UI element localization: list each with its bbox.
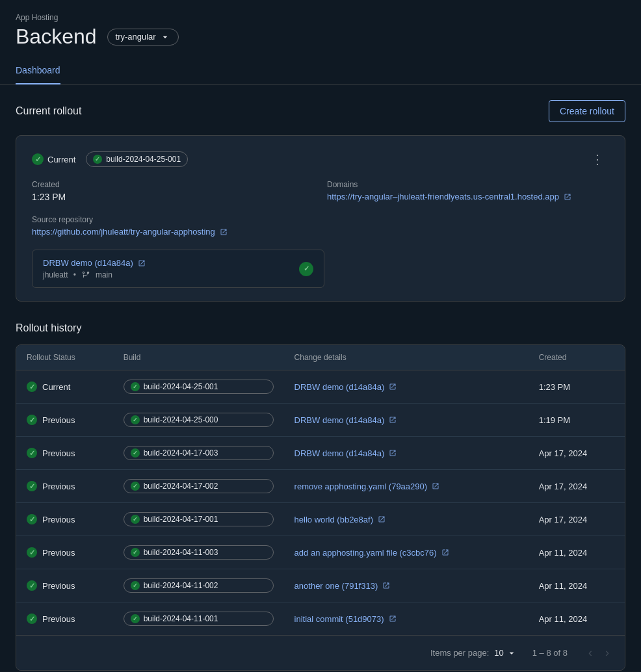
tab-dashboard[interactable]: Dashboard (16, 57, 60, 84)
row-build-check-icon (131, 482, 140, 491)
current-build-id: build-2024-04-25-001 (106, 155, 181, 164)
row-check-icon (27, 514, 37, 524)
row-change-text: another one (791f313) (294, 581, 378, 591)
row-change-link[interactable]: another one (791f313) (294, 581, 518, 591)
current-status-label: Current (47, 155, 75, 164)
cell-status: Current (16, 370, 113, 404)
commit-link[interactable]: DRBW demo (d14a84a) (43, 258, 146, 268)
rollout-history-table: Rollout Status Build Change details Crea… (16, 345, 625, 635)
row-build-id: build-2024-04-17-001 (144, 515, 218, 524)
row-external-link-icon (441, 549, 449, 556)
cell-build: build-2024-04-25-001 (113, 370, 284, 404)
cell-created: Apr 11, 2024 (529, 569, 625, 602)
cell-change: hello world (bb2e8af) (284, 503, 529, 536)
table-header: Rollout Status Build Change details Crea… (16, 345, 625, 370)
commit-external-link-icon (138, 259, 146, 267)
commit-dot: • (73, 270, 76, 279)
backend-title: Backend (16, 25, 97, 49)
commit-box: DRBW demo (d14a84a) jhuleatt • main (32, 250, 324, 288)
source-repo-link[interactable]: https://github.com/jhuleatt/try-angular-… (32, 227, 314, 237)
cell-build: build-2024-04-25-000 (113, 404, 284, 437)
row-status-label: Previous (42, 482, 75, 491)
pagination-prev-button[interactable]: ‹ (583, 643, 597, 662)
row-build-badge: build-2024-04-11-002 (124, 578, 274, 593)
row-change-text: remove apphosting.yaml (79aa290) (294, 482, 428, 491)
row-external-link-icon (389, 383, 397, 391)
col-build: Build (113, 345, 284, 370)
row-status-label: Current (42, 382, 70, 392)
cell-build: build-2024-04-11-003 (113, 536, 284, 569)
col-rollout-status: Rollout Status (16, 345, 113, 370)
row-build-id: build-2024-04-11-002 (144, 581, 218, 590)
create-rollout-button[interactable]: Create rollout (549, 100, 625, 122)
more-options-button[interactable]: ⋮ (586, 149, 609, 170)
row-change-link[interactable]: remove apphosting.yaml (79aa290) (294, 482, 518, 491)
cell-change: initial commit (51d9073) (284, 602, 529, 636)
commit-info: DRBW demo (d14a84a) jhuleatt • main (43, 258, 146, 279)
external-link-icon (564, 193, 571, 201)
row-change-text: DRBW demo (d14a84a) (294, 448, 385, 458)
table-row: Previous build-2024-04-11-001 initial co… (16, 602, 625, 636)
row-status-label: Previous (42, 548, 75, 558)
row-check-icon (27, 381, 37, 392)
source-repo-url-text: https://github.com/jhuleatt/try-angular-… (32, 227, 215, 237)
row-external-link-icon (432, 482, 439, 490)
cell-created: Apr 11, 2024 (529, 536, 625, 569)
pagination-buttons: ‹ › (583, 643, 614, 662)
pagination-next-button[interactable]: › (600, 643, 614, 662)
main-content: Current rollout Create rollout Current b… (0, 84, 641, 671)
cell-created: Apr 17, 2024 (529, 470, 625, 503)
row-status-label: Previous (42, 448, 75, 458)
cell-change: remove apphosting.yaml (79aa290) (284, 470, 529, 503)
row-change-link[interactable]: DRBW demo (d14a84a) (294, 415, 518, 425)
cell-created: Apr 17, 2024 (529, 437, 625, 470)
row-check-icon (27, 481, 37, 491)
row-change-text: add an apphosting.yaml file (c3cbc76) (294, 548, 437, 558)
row-external-link-icon (389, 449, 397, 457)
row-build-check-icon (131, 581, 140, 590)
chevron-down-icon (160, 32, 170, 42)
row-build-check-icon (131, 382, 140, 391)
cell-change: add an apphosting.yaml file (c3cbc76) (284, 536, 529, 569)
row-status-label: Previous (42, 515, 75, 524)
per-page-value: 10 (494, 648, 503, 658)
tabs-bar: Dashboard (0, 57, 641, 84)
table-body: Current build-2024-04-25-001 DRBW demo (… (16, 370, 625, 636)
row-external-link-icon (389, 615, 397, 623)
row-external-link-icon (378, 515, 386, 523)
created-label: Created (32, 180, 314, 189)
row-change-link[interactable]: add an apphosting.yaml file (c3cbc76) (294, 548, 518, 558)
cell-created: 1:19 PM (529, 404, 625, 437)
row-change-link[interactable]: DRBW demo (d14a84a) (294, 448, 518, 458)
cell-status: Previous (16, 404, 113, 437)
row-build-badge: build-2024-04-11-001 (124, 612, 274, 626)
rollout-history-title: Rollout history (16, 322, 625, 334)
table-row: Current build-2024-04-25-001 DRBW demo (… (16, 370, 625, 404)
table-row: Previous build-2024-04-11-003 add an app… (16, 536, 625, 569)
commit-link-text: DRBW demo (d14a84a) (43, 258, 133, 268)
cell-change: DRBW demo (d14a84a) (284, 404, 529, 437)
rollout-card-header: Current build-2024-04-25-001 ⋮ (32, 149, 609, 170)
build-check-icon (93, 155, 102, 164)
table-row: Previous build-2024-04-25-000 DRBW demo … (16, 404, 625, 437)
row-build-check-icon (131, 515, 140, 524)
per-page-select[interactable]: 10 (494, 648, 516, 658)
table-row: Previous build-2024-04-17-001 hello worl… (16, 503, 625, 536)
row-change-text: hello world (bb2e8af) (294, 515, 373, 524)
row-build-badge: build-2024-04-25-001 (124, 380, 274, 394)
row-change-link[interactable]: initial commit (51d9073) (294, 614, 518, 624)
cell-status: Previous (16, 602, 113, 636)
row-change-text: initial commit (51d9073) (294, 614, 384, 624)
rollout-history-table-container: Rollout Status Build Change details Crea… (16, 344, 625, 671)
domain-url-text: https://try-angular–jhuleatt-friendlyeat… (327, 192, 559, 201)
domain-link[interactable]: https://try-angular–jhuleatt-friendlyeat… (327, 192, 609, 201)
row-change-link[interactable]: DRBW demo (d14a84a) (294, 382, 518, 392)
per-page-chevron-icon (506, 648, 517, 658)
source-repo-section: Source repository https://github.com/jhu… (32, 215, 314, 237)
row-build-id: build-2024-04-17-002 (144, 482, 218, 491)
cell-status: Previous (16, 536, 113, 569)
branch-selector[interactable]: try-angular (107, 29, 179, 45)
cell-change: DRBW demo (d14a84a) (284, 370, 529, 404)
cell-build: build-2024-04-11-001 (113, 602, 284, 636)
row-change-link[interactable]: hello world (bb2e8af) (294, 515, 518, 524)
